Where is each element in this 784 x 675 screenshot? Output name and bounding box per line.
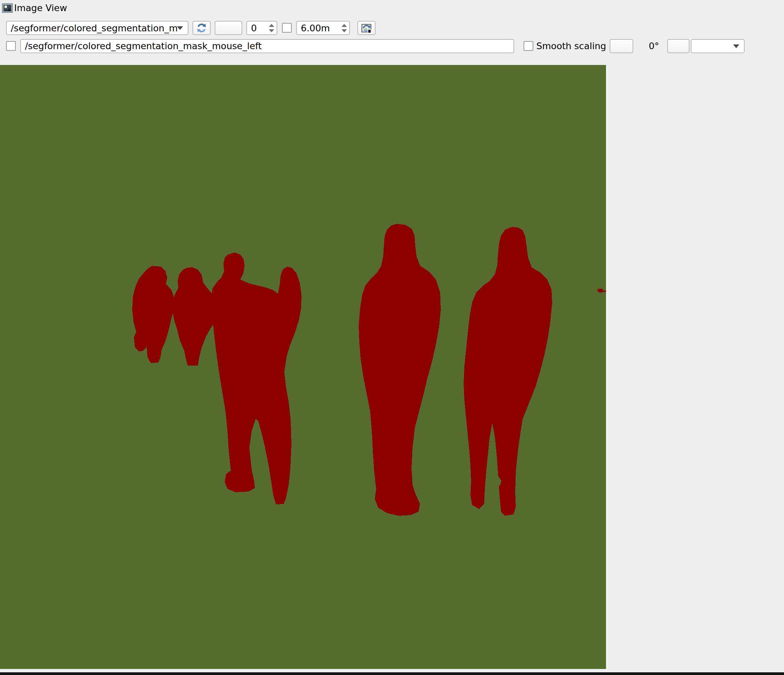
smooth-scaling-label: Smooth scaling <box>536 39 606 53</box>
max-range-value: 6.00m <box>297 23 339 33</box>
rotation-dropdown[interactable] <box>691 39 745 53</box>
max-range-spinbox[interactable]: 6.00m <box>296 21 350 35</box>
topic-dropdown[interactable]: /segformer/colored_segmentation_mask <box>6 21 188 35</box>
chevron-down-icon <box>177 26 183 30</box>
topic-dropdown-value: /segformer/colored_segmentation_mask <box>7 23 177 33</box>
window-bottom-border <box>0 672 784 675</box>
spin-down-icon[interactable] <box>342 29 347 32</box>
save-image-button[interactable] <box>357 21 375 35</box>
rotate-right-button[interactable] <box>667 39 689 53</box>
spin-down-icon[interactable] <box>269 29 274 32</box>
rotate-left-button[interactable] <box>610 39 633 53</box>
chevron-down-icon <box>733 44 739 48</box>
spin-up-icon[interactable] <box>269 24 274 27</box>
refresh-topics-button[interactable] <box>193 21 211 35</box>
smooth-scaling-checkbox[interactable] <box>524 41 533 51</box>
image-view-app-icon <box>2 3 13 14</box>
queue-size-spinbox[interactable]: 0 <box>246 21 277 35</box>
spinner-arrows[interactable] <box>266 22 277 34</box>
publish-mouse-click-checkbox[interactable] <box>6 41 16 51</box>
refresh-icon <box>196 22 208 34</box>
blank-toolbar-button[interactable] <box>215 21 242 35</box>
mouse-topic-field[interactable]: /segformer/colored_segmentation_mask_mou… <box>20 39 514 53</box>
spin-up-icon[interactable] <box>342 24 347 27</box>
save-image-icon <box>360 22 372 34</box>
dynamic-range-checkbox[interactable] <box>282 23 292 33</box>
rotation-angle-label: 0° <box>649 39 659 53</box>
spinner-arrows[interactable] <box>339 22 349 34</box>
window-title: Image View <box>14 2 67 14</box>
queue-size-value: 0 <box>247 23 266 33</box>
segmentation-mask-image[interactable] <box>0 65 606 669</box>
